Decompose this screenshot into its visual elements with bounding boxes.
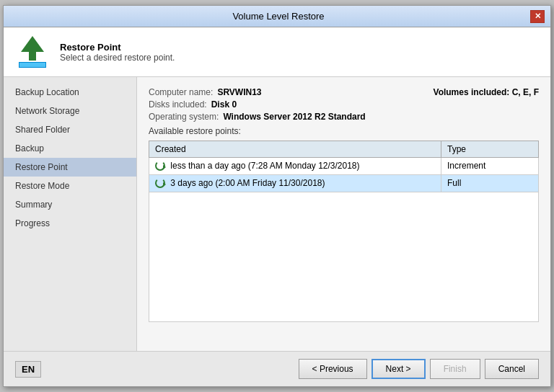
close-button[interactable]: ✕ [530, 10, 545, 23]
finish-button[interactable]: Finish [430, 359, 480, 379]
restore-points-table: Created Type less than a day ago (7:28 A… [149, 141, 539, 322]
row1-type: Increment [441, 158, 539, 175]
footer: EN < Previous Next > Finish Cancel [4, 351, 550, 386]
computer-name-value: SRVWIN13 [217, 87, 261, 97]
arrow-stem [29, 52, 36, 61]
table-row[interactable]: 3 days ago (2:00 AM Friday 11/30/2018) F… [149, 174, 539, 192]
sidebar-item-backup[interactable]: Backup [4, 139, 136, 158]
header-icon [15, 35, 50, 69]
restore-icon-1 [155, 161, 165, 171]
os-label: Operating system: [149, 112, 219, 122]
sidebar-item-restore-mode[interactable]: Restore Mode [4, 177, 136, 195]
sidebar-item-backup-location[interactable]: Backup Location [4, 83, 136, 102]
sidebar-item-restore-point[interactable]: Restore Point [4, 158, 136, 177]
disks-label: Disks included: [149, 99, 207, 110]
volumes-value: C, E, F [512, 87, 539, 97]
col-created: Created [149, 141, 441, 158]
icon-bar [19, 62, 46, 68]
os-row: Operating system: Windows Server 2012 R2… [149, 112, 366, 122]
top-info: Computer name: SRVWIN13 Disks included: … [149, 87, 539, 122]
col-type: Type [441, 141, 539, 158]
locale-indicator: EN [15, 361, 41, 378]
computer-name-label: Computer name: [149, 87, 213, 97]
main-content: Backup Location Network Storage Shared F… [4, 77, 550, 351]
row2-created: 3 days ago (2:00 AM Friday 11/30/2018) [149, 174, 441, 192]
up-arrow-icon [21, 36, 44, 52]
header-text: Restore Point Select a desired restore p… [60, 42, 175, 63]
disks-value: Disk 0 [211, 99, 237, 110]
top-info-left: Computer name: SRVWIN13 Disks included: … [149, 87, 366, 122]
sidebar-item-network-storage[interactable]: Network Storage [4, 102, 136, 120]
volumes-info: Volumes included: C, E, F [434, 87, 539, 122]
volumes-label: Volumes included: [434, 87, 510, 97]
row1-created: less than a day ago (7:28 AM Monday 12/3… [149, 158, 441, 175]
computer-name-row: Computer name: SRVWIN13 [149, 87, 366, 97]
os-value: Windows Server 2012 R2 Standard [223, 112, 365, 122]
content-area: Computer name: SRVWIN13 Disks included: … [137, 77, 550, 351]
header-area: Restore Point Select a desired restore p… [4, 27, 550, 77]
header-title: Restore Point [60, 42, 175, 53]
header-subtitle: Select a desired restore point. [60, 53, 175, 63]
footer-buttons: < Previous Next > Finish Cancel [299, 359, 539, 379]
titlebar: Volume Level Restore ✕ [4, 6, 550, 27]
sidebar-item-shared-folder[interactable]: Shared Folder [4, 120, 136, 139]
sidebar-item-progress[interactable]: Progress [4, 214, 136, 233]
empty-row [149, 192, 539, 321]
disks-included-row: Disks included: Disk 0 [149, 99, 366, 110]
next-button[interactable]: Next > [371, 359, 426, 379]
table-row[interactable]: less than a day ago (7:28 AM Monday 12/3… [149, 158, 539, 175]
available-label: Available restore points: [149, 126, 539, 136]
previous-button[interactable]: < Previous [299, 359, 367, 379]
row2-type: Full [441, 174, 539, 192]
sidebar: Backup Location Network Storage Shared F… [4, 77, 137, 351]
restore-icon-2 [155, 178, 165, 188]
sidebar-item-summary[interactable]: Summary [4, 195, 136, 214]
main-window: Volume Level Restore ✕ Restore Point Sel… [3, 5, 551, 387]
cancel-button[interactable]: Cancel [485, 359, 539, 379]
window-title: Volume Level Restore [27, 11, 530, 22]
